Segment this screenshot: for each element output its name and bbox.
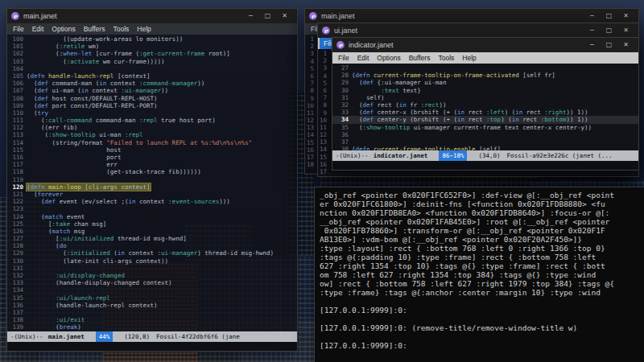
maximize-button[interactable]: □ — [601, 25, 617, 36]
code-line: 103 (:activate wm cur-frame))))) — [7, 58, 297, 65]
maximize-button[interactable]: □ — [259, 10, 276, 22]
code-text: (do — [27, 242, 67, 249]
line-number: 117 — [7, 161, 27, 168]
code-text: (def event (ev/select ;(in context :even… — [27, 198, 230, 205]
code-line: 37 — [332, 138, 638, 146]
code-line: 31 self) — [332, 94, 638, 101]
code-line: 125 [:take chan msg] — [7, 220, 297, 228]
titlebar[interactable]: e main.janet ─ □ ✕ — [7, 9, 297, 23]
line-number: 29 — [332, 79, 352, 86]
menu-bar[interactable]: FileEditOptionsBuffersToolsHelp — [7, 23, 297, 35]
code-text: (:when-let [cur-frame (:get-current-fram… — [27, 50, 230, 57]
code-text: :ui/display-changed — [27, 272, 125, 279]
menu-item-tools[interactable]: Tools — [109, 23, 133, 35]
terminal-window[interactable]: _obj_ref <pointer 0x020F1FC652F0>] :def-… — [314, 187, 644, 362]
close-button[interactable]: ✕ — [617, 25, 634, 36]
line-number: 118 — [7, 168, 27, 175]
line-number: 8 — [305, 87, 316, 94]
titlebar[interactable]: e indicator.janet ─ □ ✕ — [332, 38, 638, 52]
close-button[interactable]: ✕ — [617, 39, 634, 51]
modeline-percent-badge: 86~18% — [439, 150, 467, 161]
line-number: 31 — [332, 94, 352, 101]
code-text: (match msg — [27, 228, 85, 235]
code-text: (:show-tooltip ui-manager current-frame … — [352, 124, 592, 131]
menu-bar[interactable]: FileEditOptionsBuffersToolsHelp — [332, 52, 638, 64]
line-number: 12 — [318, 131, 328, 138]
menu-item-file[interactable]: File — [9, 23, 28, 35]
code-text: (def {:ui-manager ui-man — [352, 79, 446, 86]
code-line: 122 (def event (ev/select ;(in context :… — [7, 198, 297, 205]
code-editor[interactable]: 2728(defn current-frame-tooltip-on-frame… — [332, 64, 638, 150]
line-number: 103 — [7, 58, 27, 65]
mode-line: -(Unix)-- indicator.janet 86~18% (34,0) … — [332, 150, 638, 161]
code-line: 101 (:retile wm) — [7, 43, 297, 50]
code-line: 114 (string/format "Failed to launch REP… — [7, 139, 297, 146]
window-title: main.janet — [23, 12, 238, 20]
line-number: 33 — [332, 109, 352, 116]
menu-item-options[interactable]: Options — [373, 52, 404, 64]
line-number: 120 — [7, 183, 27, 191]
code-line: 33 (def center-x (brshift (+ (in rect :l… — [332, 109, 638, 116]
code-line: 27 — [332, 64, 638, 72]
close-button[interactable]: ✕ — [276, 10, 293, 22]
terminal-line: 0x020F1FB78860>] :transform-or @[:__obj_… — [320, 226, 643, 235]
line-number: 119 — [7, 176, 27, 183]
code-text: (defn main-loop [cli-args context] — [27, 183, 151, 191]
code-line: 34 (def center-y (brshift (+ (in rect :t… — [332, 116, 638, 123]
minimize-button[interactable]: ─ — [584, 10, 601, 22]
titlebar[interactable]: e main.janet ─ □ ✕ — [305, 9, 638, 23]
modeline-cursor-position: (34,0) — [478, 150, 500, 161]
menu-item-tools[interactable]: Tools — [434, 52, 458, 64]
line-number: 127 — [7, 235, 27, 242]
line-number: 128 — [7, 242, 27, 249]
code-text: (def host const/DEFAULT-REPL-HOST) — [27, 95, 158, 102]
code-line: 35 (:show-tooltip ui-manager current-fra… — [332, 124, 638, 131]
maximize-button[interactable]: □ — [601, 10, 617, 22]
line-number: 34 — [332, 116, 352, 123]
menu-item-edit[interactable]: Edit — [28, 23, 48, 35]
code-line: 115 host — [7, 146, 297, 154]
code-text: (defn handle-launch-repl [context] — [27, 72, 151, 80]
window-title: ui.janet — [334, 27, 580, 35]
line-number: 6 — [305, 72, 316, 80]
minimize-button[interactable]: ─ — [584, 25, 601, 36]
code-line: 127 [:ui/initialized thread-id msg-hwnd] — [7, 235, 297, 242]
code-text: [:ui/initialized thread-id msg-hwnd] — [27, 235, 187, 242]
code-text: (:show-tooltip ui-man :repl — [27, 131, 143, 138]
menu-item-buffers[interactable]: Buffers — [80, 23, 109, 35]
titlebar[interactable]: e ui.janet ─ □ ✕ — [318, 23, 638, 38]
line-number: 15 — [318, 154, 328, 161]
line-number: 15 — [305, 139, 316, 146]
menu-item-file[interactable]: File — [334, 52, 353, 64]
menu-item-options[interactable]: Options — [47, 23, 79, 35]
code-text: (def command-man (in context :command-ma… — [27, 80, 204, 87]
menu-item-edit[interactable]: Edit — [353, 52, 374, 64]
line-number: 139 — [7, 323, 27, 331]
close-button[interactable]: ✕ — [617, 10, 634, 22]
line-number: 13 — [318, 138, 328, 146]
code-text: :ui/exit — [27, 316, 85, 323]
code-editor[interactable]: 100 ((update-work-areas lo monitors))101… — [7, 35, 297, 331]
menu-item-help[interactable]: Help — [133, 23, 155, 35]
code-text: :ui/launch-repl — [27, 294, 110, 302]
terminal-line: om 758 :left 627 :right 1354 :top 384} :… — [320, 270, 643, 279]
minimize-button[interactable]: ─ — [242, 10, 259, 22]
code-line: 108 (def host const/DEFAULT-REPL-HOST) — [7, 95, 297, 102]
menu-item-buffers[interactable]: Buffers — [405, 52, 435, 64]
code-line: 118 (get-stack-trace fib)))))) — [7, 168, 297, 175]
line-number: 135 — [7, 294, 27, 302]
minimize-button[interactable]: ─ — [584, 39, 601, 51]
code-text: (handle-launch-repl context) — [27, 302, 158, 309]
menu-item-help[interactable]: Help — [458, 52, 480, 64]
code-line: 136 (handle-launch-repl context) — [7, 302, 297, 309]
code-line: 32 (def rect (in fr :rect)) — [332, 101, 638, 109]
line-number: 110 — [7, 109, 27, 117]
code-text: err — [27, 161, 118, 168]
window-buttons: ─ □ ✕ — [242, 10, 293, 22]
maximize-button[interactable]: □ — [601, 39, 617, 51]
line-number: 126 — [7, 228, 27, 235]
line-number: 125 — [7, 220, 27, 228]
code-text: (:retile wm) — [27, 43, 99, 50]
line-number: 134 — [7, 286, 27, 294]
line-number: 8 — [318, 101, 328, 109]
